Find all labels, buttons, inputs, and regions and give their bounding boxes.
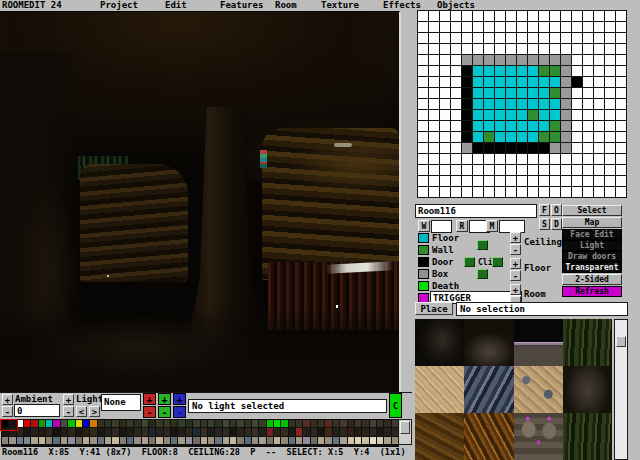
map-cell-2-4[interactable] (440, 55, 451, 66)
palette-color-2-40[interactable] (296, 437, 302, 444)
map-cell-7-5[interactable] (495, 66, 506, 77)
palette-color-2-36[interactable] (267, 437, 273, 444)
map-cell-14-14[interactable] (572, 165, 583, 176)
map-cell-1-8[interactable] (429, 99, 440, 110)
map-cell-9-4[interactable] (517, 55, 528, 66)
map-cell-7-4[interactable] (495, 55, 506, 66)
map-cell-1-1[interactable] (429, 22, 440, 33)
map-cell-11-6[interactable] (539, 77, 550, 88)
map-cell-9-14[interactable] (517, 165, 528, 176)
map-cell-16-3[interactable] (594, 44, 605, 55)
palette-color-2-37[interactable] (274, 437, 280, 444)
map-cell-7-2[interactable] (495, 33, 506, 44)
map-cell-6-16[interactable] (484, 187, 495, 198)
map-cell-1-2[interactable] (429, 33, 440, 44)
map-cell-3-1[interactable] (451, 22, 462, 33)
map-cell-12-0[interactable] (550, 11, 561, 22)
palette-color-0-26[interactable] (193, 420, 199, 427)
palette-color-2-5[interactable] (39, 437, 45, 444)
map-cell-12-12[interactable] (550, 143, 561, 154)
map-cell-3-9[interactable] (451, 110, 462, 121)
map-cell-0-5[interactable] (418, 66, 429, 77)
map-cell-13-14[interactable] (561, 165, 572, 176)
map-cell-14-9[interactable] (572, 110, 583, 121)
palette-color-1-19[interactable] (142, 428, 148, 435)
texture-tile-tree-bark[interactable] (563, 319, 612, 366)
map-cell-12-15[interactable] (550, 176, 561, 187)
map-cell-5-8[interactable] (473, 99, 484, 110)
palette-color-1-52[interactable] (384, 428, 390, 435)
map-cell-0-6[interactable] (418, 77, 429, 88)
map-cell-15-4[interactable] (583, 55, 594, 66)
map-cell-2-14[interactable] (440, 165, 451, 176)
map-cell-4-14[interactable] (462, 165, 473, 176)
palette-color-2-17[interactable] (127, 437, 133, 444)
map-cell-16-15[interactable] (594, 176, 605, 187)
map-cell-6-11[interactable] (484, 132, 495, 143)
map-cell-18-8[interactable] (616, 99, 627, 110)
palette-color-0-34[interactable] (252, 420, 258, 427)
map-cell-4-15[interactable] (462, 176, 473, 187)
palette-color-0-32[interactable] (237, 420, 243, 427)
palette-color-2-13[interactable] (98, 437, 104, 444)
map-cell-0-1[interactable] (418, 22, 429, 33)
map-cell-15-0[interactable] (583, 11, 594, 22)
green-plus-button[interactable]: + (158, 393, 171, 405)
c-button[interactable]: C (389, 393, 402, 418)
map-cell-7-8[interactable] (495, 99, 506, 110)
map-cell-17-12[interactable] (605, 143, 616, 154)
map-cell-1-6[interactable] (429, 77, 440, 88)
map-cell-3-11[interactable] (451, 132, 462, 143)
map-cell-10-15[interactable] (528, 176, 539, 187)
place-selection-field[interactable]: No selection (456, 302, 628, 316)
map-cell-11-16[interactable] (539, 187, 550, 198)
map-cell-4-0[interactable] (462, 11, 473, 22)
ambient-minus-button[interactable]: - (2, 406, 13, 417)
map-cell-6-0[interactable] (484, 11, 495, 22)
map-cell-7-9[interactable] (495, 110, 506, 121)
palette-color-0-45[interactable] (333, 420, 339, 427)
map-cell-12-1[interactable] (550, 22, 561, 33)
map-cell-0-9[interactable] (418, 110, 429, 121)
palette-color-0-17[interactable] (127, 420, 133, 427)
map-cell-9-9[interactable] (517, 110, 528, 121)
map-cell-11-10[interactable] (539, 121, 550, 132)
texture-tile-stone-arch[interactable] (464, 319, 513, 366)
map-cell-2-15[interactable] (440, 176, 451, 187)
map-cell-18-4[interactable] (616, 55, 627, 66)
map-cell-13-9[interactable] (561, 110, 572, 121)
map-cell-1-15[interactable] (429, 176, 440, 187)
palette-color-1-10[interactable] (76, 428, 82, 435)
palette-color-1-7[interactable] (53, 428, 59, 435)
map-cell-5-7[interactable] (473, 88, 484, 99)
map-cell-8-3[interactable] (506, 44, 517, 55)
palette-color-1-41[interactable] (303, 428, 309, 435)
palette-color-0-20[interactable] (149, 420, 155, 427)
map-cell-7-15[interactable] (495, 176, 506, 187)
map-cell-2-3[interactable] (440, 44, 451, 55)
palette-color-1-28[interactable] (208, 428, 214, 435)
palette-color-2-31[interactable] (230, 437, 236, 444)
map-cell-0-3[interactable] (418, 44, 429, 55)
palette-color-1-25[interactable] (186, 428, 192, 435)
map-cell-16-0[interactable] (594, 11, 605, 22)
map-cell-10-6[interactable] (528, 77, 539, 88)
palette-color-0-28[interactable] (208, 420, 214, 427)
map-cell-14-10[interactable] (572, 121, 583, 132)
map-cell-17-8[interactable] (605, 99, 616, 110)
texture-tile-orange-rubble[interactable] (464, 413, 513, 460)
map-cell-16-16[interactable] (594, 187, 605, 198)
texture-tile-sand[interactable] (415, 366, 464, 413)
palette-color-0-38[interactable] (281, 420, 287, 427)
map-cell-1-14[interactable] (429, 165, 440, 176)
palette-color-2-14[interactable] (105, 437, 111, 444)
map-cell-16-10[interactable] (594, 121, 605, 132)
map-cell-0-4[interactable] (418, 55, 429, 66)
map-cell-5-9[interactable] (473, 110, 484, 121)
palette-color-2-20[interactable] (149, 437, 155, 444)
select-button[interactable]: Select (562, 205, 622, 216)
map-cell-16-5[interactable] (594, 66, 605, 77)
map-cell-17-11[interactable] (605, 132, 616, 143)
map-cell-4-16[interactable] (462, 187, 473, 198)
palette-color-0-27[interactable] (201, 420, 207, 427)
